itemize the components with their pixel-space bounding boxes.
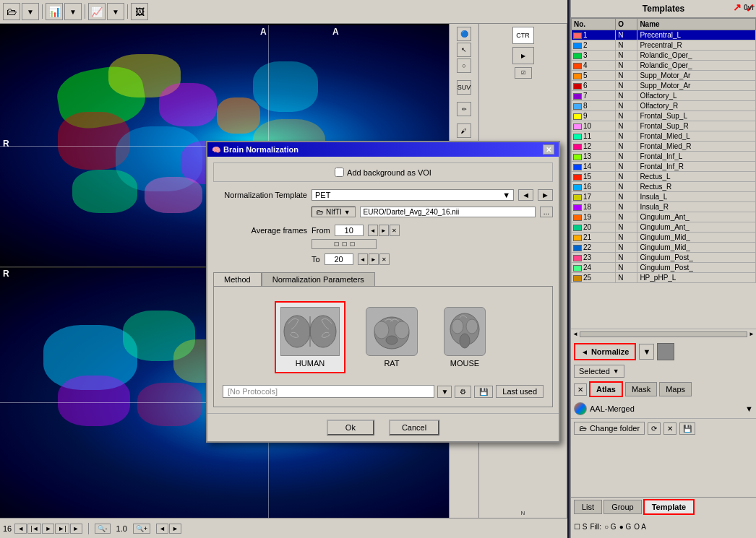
table-row[interactable]: 5NSupp_Motor_Ar bbox=[572, 71, 756, 81]
norm-template-prev-btn[interactable]: ◄ bbox=[518, 189, 533, 201]
scroll-left-btn[interactable]: ◄ bbox=[572, 331, 578, 337]
from-clear-btn[interactable]: ✕ bbox=[390, 225, 400, 236]
last-used-btn[interactable]: Last used bbox=[496, 385, 544, 398]
euro-value-field[interactable]: EURO/Dartel_Avg_240_16.nii bbox=[360, 207, 536, 217]
table-row[interactable]: 8NOlfactory_R bbox=[572, 101, 756, 111]
protocol-combo[interactable]: [No Protocols] bbox=[223, 385, 434, 398]
change-folder-btn[interactable]: 🗁 Change folder bbox=[574, 422, 645, 435]
table-row[interactable]: 24NCingulum_Post_ bbox=[572, 263, 756, 273]
scroll-right-btn[interactable]: ► bbox=[749, 331, 755, 337]
protocol-dropdown-btn[interactable]: ▼ bbox=[437, 386, 452, 398]
mouse-btn[interactable]: MOUSE bbox=[438, 301, 491, 373]
table-row[interactable]: 1NPrecentral_L bbox=[572, 30, 756, 40]
frames-check-1[interactable]: ☐ bbox=[334, 241, 339, 248]
table-row[interactable]: 23NCingulum_Post_ bbox=[572, 253, 756, 263]
table-row[interactable]: 9NFrontal_Sup_L bbox=[572, 111, 756, 121]
table-row[interactable]: 12NFrontal_Mied_R bbox=[572, 142, 756, 152]
to-prev-btn[interactable]: ◄ bbox=[358, 253, 368, 265]
cancel-btn[interactable]: Cancel bbox=[389, 420, 439, 435]
human-btn[interactable]: HUMAN bbox=[275, 301, 345, 373]
side-btn-circle[interactable]: ○ bbox=[457, 58, 471, 73]
g-radio[interactable]: ○ G bbox=[604, 523, 617, 531]
toolbar-btn-6[interactable]: ▼ bbox=[107, 3, 124, 20]
rat-btn[interactable]: RAT bbox=[360, 301, 424, 373]
table-row[interactable]: 11NFrontal_Mied_L bbox=[572, 131, 756, 142]
toolbar-btn-5[interactable]: 📈 bbox=[88, 3, 106, 20]
normalize-dropdown-btn[interactable]: ▼ bbox=[639, 344, 654, 360]
side-btn-cursor[interactable]: ↖ bbox=[457, 43, 471, 57]
table-row[interactable]: 13NFrontal_Inf_L bbox=[572, 152, 756, 162]
table-row[interactable]: 3NRolandic_Oper_ bbox=[572, 51, 756, 61]
table-row[interactable]: 15NRectus_L bbox=[572, 172, 756, 182]
table-row[interactable]: 17NInsula_L bbox=[572, 192, 756, 202]
from-input[interactable]: 10 bbox=[335, 225, 364, 236]
table-row[interactable]: 2NPrecentral_R bbox=[572, 40, 756, 51]
norm-params-tab[interactable]: Normalization Parameters bbox=[262, 272, 375, 286]
frames-check-3[interactable]: ☐ bbox=[350, 241, 355, 248]
from-next-btn[interactable]: ► bbox=[379, 225, 389, 236]
table-row[interactable]: 6NSupp_Motor_Ar bbox=[572, 81, 756, 91]
toolbar-btn-4[interactable]: ▼ bbox=[64, 3, 82, 20]
ok-btn[interactable]: Ok bbox=[327, 420, 374, 435]
zoom-in-btn[interactable]: 🔍+ bbox=[133, 524, 150, 534]
toolbar-btn-3[interactable]: 📊 bbox=[46, 3, 63, 20]
from-prev-btn[interactable]: ◄ bbox=[368, 225, 378, 236]
norm-template-combo[interactable]: PET ▼ bbox=[312, 189, 514, 201]
frame-prev-btn[interactable]: ◄ bbox=[14, 524, 27, 534]
table-row[interactable]: 18NInsula_R bbox=[572, 202, 756, 212]
method-tab[interactable]: Method bbox=[213, 272, 262, 286]
to-clear-btn[interactable]: ✕ bbox=[379, 253, 390, 265]
table-row[interactable]: 7NOlfactory_L bbox=[572, 91, 756, 101]
folder-close-btn[interactable]: ✕ bbox=[663, 422, 676, 435]
table-row[interactable]: 10NFrontal_Sup_R bbox=[572, 121, 756, 131]
arrow-right-btn[interactable]: ▶ bbox=[512, 47, 534, 64]
table-row[interactable]: 14NFrontal_Inf_R bbox=[572, 162, 756, 172]
dialog-close-btn[interactable]: ✕ bbox=[543, 144, 554, 155]
add-background-checkbox[interactable] bbox=[335, 168, 344, 177]
ctr-btn[interactable]: CTR bbox=[512, 27, 534, 44]
norm-template-next-btn[interactable]: ► bbox=[538, 189, 553, 201]
normalize-btn[interactable]: ◄ Normalize bbox=[574, 343, 636, 360]
toolbar-btn-1[interactable]: 🗁 bbox=[3, 3, 20, 20]
aal-dropdown-arrow[interactable]: ▼ bbox=[745, 404, 753, 413]
s-checkbox[interactable]: ☐ S bbox=[574, 523, 587, 531]
table-row[interactable]: 16NRectus_R bbox=[572, 182, 756, 192]
templates-table-scroll[interactable]: No. O Name 1NPrecentral_L2NPrecentral_R3… bbox=[571, 18, 756, 329]
to-next-btn[interactable]: ► bbox=[369, 253, 379, 265]
zoom-out-btn[interactable]: 🔍- bbox=[95, 524, 111, 534]
protocol-settings-btn[interactable]: ⚙ bbox=[455, 386, 471, 398]
side-btn-suv[interactable]: SUV bbox=[457, 80, 471, 95]
group-tab[interactable]: Group bbox=[603, 500, 642, 514]
checkbox-btn[interactable]: ☑ bbox=[515, 67, 532, 79]
frame-next-btn[interactable]: ► bbox=[70, 524, 82, 534]
selected-dropdown[interactable]: Selected ▼ bbox=[574, 365, 624, 378]
toolbar-btn-7[interactable]: 🖼 bbox=[131, 3, 148, 20]
maps-tab[interactable]: Maps bbox=[659, 382, 692, 396]
frames-check-2[interactable]: ☐ bbox=[342, 241, 347, 248]
side-btn-1[interactable]: 🔵 bbox=[457, 27, 471, 41]
table-row[interactable]: 21NCingulum_Mid_ bbox=[572, 233, 756, 243]
side-btn-paint[interactable]: 🖌 bbox=[457, 123, 471, 138]
mask-tab[interactable]: Mask bbox=[625, 382, 657, 396]
add-background-checkbox-label[interactable]: Add background as VOI bbox=[335, 168, 431, 177]
frame-play-btn[interactable]: ► bbox=[42, 524, 54, 534]
euro-browse-btn[interactable]: ... bbox=[540, 207, 553, 217]
o-radio[interactable]: ● G bbox=[619, 523, 632, 531]
template-tab[interactable]: Template bbox=[643, 499, 695, 515]
refresh-btn[interactable]: ⟳ bbox=[648, 422, 661, 435]
list-tab[interactable]: List bbox=[574, 500, 602, 514]
nifti-combo[interactable]: 🗁 NIfTI ▼ bbox=[312, 207, 356, 217]
normalize-icon-btn[interactable] bbox=[657, 343, 674, 360]
protocol-save-btn[interactable]: 💾 bbox=[474, 386, 493, 398]
table-row[interactable]: 22NCingulum_Mid_ bbox=[572, 243, 756, 253]
to-input[interactable]: 20 bbox=[325, 253, 353, 265]
view-next-btn[interactable]: ► bbox=[169, 524, 181, 534]
table-row[interactable]: 4NRolandic_Oper_ bbox=[572, 61, 756, 71]
side-btn-pencil[interactable]: ✏ bbox=[457, 102, 471, 116]
atlas-close-btn[interactable]: ✕ bbox=[574, 383, 587, 396]
folder-save-btn[interactable]: 💾 bbox=[679, 422, 695, 435]
table-row[interactable]: 25NHP_pHP_L bbox=[572, 273, 756, 283]
atlas-tab[interactable]: Atlas bbox=[589, 381, 623, 397]
table-row[interactable]: 19NCingulum_Ant_ bbox=[572, 212, 756, 222]
frame-end-btn[interactable]: ►| bbox=[55, 524, 69, 534]
